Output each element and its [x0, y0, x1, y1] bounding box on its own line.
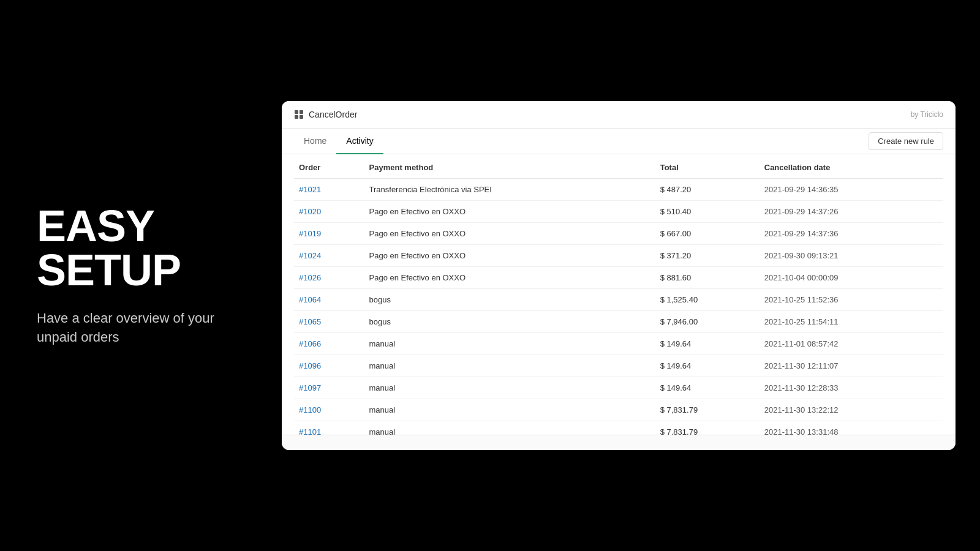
- order-link[interactable]: #1066: [299, 339, 321, 348]
- app-window: CancelOrder by Triciclo Home Activity Cr…: [282, 101, 956, 450]
- title-bar: CancelOrder by Triciclo: [282, 101, 956, 129]
- table-row: #1096manual$ 149.642021-11-30 12:11:07: [294, 355, 943, 377]
- cancellation-date-cell: 2021-11-01 08:57:42: [760, 333, 943, 355]
- table-footer: [282, 435, 956, 450]
- cancellation-date-cell: 2021-11-30 12:28:33: [760, 377, 943, 399]
- total-cell: $ 881.60: [655, 267, 760, 289]
- orders-table: Order Payment method Total Cancellation …: [294, 154, 943, 435]
- payment-method-cell: manual: [364, 377, 655, 399]
- order-link[interactable]: #1096: [299, 361, 321, 370]
- payment-method-cell: manual: [364, 333, 655, 355]
- table-row: #1024Pago en Efectivo en OXXO$ 371.20202…: [294, 245, 943, 267]
- cancellation-date-cell: 2021-11-30 13:31:48: [760, 421, 943, 435]
- total-cell: $ 371.20: [655, 245, 760, 267]
- table-row: #1026Pago en Efectivo en OXXO$ 881.60202…: [294, 267, 943, 289]
- total-cell: $ 7,831.79: [655, 399, 760, 421]
- cancellation-date-cell: 2021-09-29 14:37:26: [760, 201, 943, 223]
- order-link[interactable]: #1026: [299, 273, 321, 282]
- left-panel: EASY SETUP Have a clear overview of your…: [0, 167, 257, 384]
- table-row: #1097manual$ 149.642021-11-30 12:28:33: [294, 377, 943, 399]
- order-link[interactable]: #1024: [299, 251, 321, 260]
- order-link[interactable]: #1097: [299, 383, 321, 392]
- table-row: #1101manual$ 7,831.792021-11-30 13:31:48: [294, 421, 943, 435]
- order-link[interactable]: #1020: [299, 207, 321, 216]
- tabs-container: Home Activity: [294, 129, 383, 154]
- create-new-rule-button[interactable]: Create new rule: [869, 132, 943, 150]
- cancellation-date-cell: 2021-09-29 14:37:36: [760, 223, 943, 245]
- payment-method-cell: Pago en Efectivo en OXXO: [364, 223, 655, 245]
- cancellation-date-cell: 2021-09-29 14:36:35: [760, 179, 943, 201]
- tab-activity[interactable]: Activity: [336, 129, 383, 154]
- payment-method-cell: Transferencia Electrónica via SPEI: [364, 179, 655, 201]
- payment-method-cell: manual: [364, 421, 655, 435]
- total-cell: $ 149.64: [655, 377, 760, 399]
- order-link[interactable]: #1021: [299, 185, 321, 194]
- order-link[interactable]: #1100: [299, 405, 321, 414]
- table-row: #1066manual$ 149.642021-11-01 08:57:42: [294, 333, 943, 355]
- headline: EASY SETUP: [37, 204, 221, 292]
- order-link[interactable]: #1101: [299, 427, 321, 435]
- subtext: Have a clear overview of your unpaid ord…: [37, 309, 221, 347]
- payment-method-cell: Pago en Efectivo en OXXO: [364, 201, 655, 223]
- order-link[interactable]: #1065: [299, 317, 321, 326]
- payment-method-cell: Pago en Efectivo en OXXO: [364, 245, 655, 267]
- cancellation-date-cell: 2021-10-04 00:00:09: [760, 267, 943, 289]
- table-row: #1021Transferencia Electrónica via SPEI$…: [294, 179, 943, 201]
- table-row: #1064bogus$ 1,525.402021-10-25 11:52:36: [294, 289, 943, 311]
- total-cell: $ 7,946.00: [655, 311, 760, 333]
- payment-method-cell: bogus: [364, 311, 655, 333]
- payment-method-cell: Pago en Efectivo en OXXO: [364, 267, 655, 289]
- app-title: CancelOrder: [309, 110, 357, 119]
- total-cell: $ 510.40: [655, 201, 760, 223]
- table-row: #1065bogus$ 7,946.002021-10-25 11:54:11: [294, 311, 943, 333]
- cancellation-date-cell: 2021-10-25 11:52:36: [760, 289, 943, 311]
- total-cell: $ 149.64: [655, 333, 760, 355]
- col-header-cancellation: Cancellation date: [760, 154, 943, 179]
- tab-home[interactable]: Home: [294, 129, 336, 154]
- total-cell: $ 1,525.40: [655, 289, 760, 311]
- order-link[interactable]: #1019: [299, 229, 321, 238]
- col-header-order: Order: [294, 154, 364, 179]
- cancellation-date-cell: 2021-10-25 11:54:11: [760, 311, 943, 333]
- orders-table-container: Order Payment method Total Cancellation …: [282, 154, 956, 435]
- payment-method-cell: manual: [364, 355, 655, 377]
- total-cell: $ 667.00: [655, 223, 760, 245]
- table-header-row: Order Payment method Total Cancellation …: [294, 154, 943, 179]
- app-grid-icon: [294, 110, 304, 119]
- total-cell: $ 7,831.79: [655, 421, 760, 435]
- tab-bar: Home Activity Create new rule: [282, 129, 956, 154]
- total-cell: $ 487.20: [655, 179, 760, 201]
- col-header-payment: Payment method: [364, 154, 655, 179]
- branding-label: by Triciclo: [911, 110, 943, 119]
- cancellation-date-cell: 2021-09-30 09:13:21: [760, 245, 943, 267]
- order-link[interactable]: #1064: [299, 295, 321, 304]
- col-header-total: Total: [655, 154, 760, 179]
- payment-method-cell: manual: [364, 399, 655, 421]
- table-row: #1020Pago en Efectivo en OXXO$ 510.40202…: [294, 201, 943, 223]
- cancellation-date-cell: 2021-11-30 13:22:12: [760, 399, 943, 421]
- cancellation-date-cell: 2021-11-30 12:11:07: [760, 355, 943, 377]
- total-cell: $ 149.64: [655, 355, 760, 377]
- table-row: #1100manual$ 7,831.792021-11-30 13:22:12: [294, 399, 943, 421]
- title-bar-left: CancelOrder: [294, 110, 357, 119]
- table-row: #1019Pago en Efectivo en OXXO$ 667.00202…: [294, 223, 943, 245]
- payment-method-cell: bogus: [364, 289, 655, 311]
